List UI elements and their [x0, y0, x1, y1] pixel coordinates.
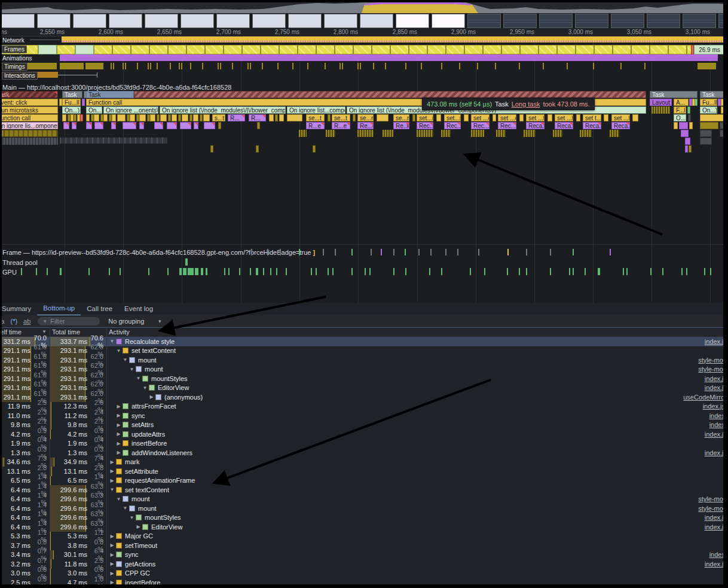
column-separator[interactable]	[50, 327, 50, 588]
expand-caret-icon[interactable]: ▶	[109, 561, 115, 566]
filmstrip-thumbnail[interactable]	[432, 14, 465, 28]
flame-block[interactable]	[204, 122, 215, 129]
filmstrip-thumbnail[interactable]	[145, 14, 178, 28]
grouping-select[interactable]: No grouping	[108, 318, 144, 325]
frame-block[interactable]	[168, 45, 186, 54]
flame-block[interactable]: Re..le	[393, 122, 409, 129]
expand-caret-icon[interactable]: ▶	[116, 431, 121, 437]
expand-caret-icon[interactable]: ▶	[109, 478, 115, 483]
filmstrip-thumbnail[interactable]	[73, 14, 106, 28]
flame-block[interactable]	[117, 114, 126, 121]
filmstrip-thumbnail[interactable]	[181, 14, 214, 28]
flame-block[interactable]	[441, 130, 451, 137]
flame-block[interactable]	[182, 114, 188, 121]
flame-block[interactable]: Rec...yle	[498, 122, 516, 129]
frame-block[interactable]	[613, 45, 631, 54]
flame-block[interactable]: Layout	[650, 99, 672, 106]
filmstrip-thumbnail[interactable]	[683, 14, 716, 28]
flame-block[interactable]: On...)	[700, 106, 717, 114]
flame-block[interactable]	[180, 122, 191, 129]
flame-block[interactable]: On ignore ...onents\/)	[103, 106, 158, 114]
track-label-timings[interactable]: Timings	[2, 63, 27, 71]
flame-block[interactable]	[60, 138, 167, 144]
source-link[interactable]: useCodeMirror	[683, 394, 728, 401]
flame-block[interactable]	[130, 114, 135, 121]
flame-block[interactable]: s...t	[212, 114, 225, 121]
flame-block[interactable]	[299, 130, 307, 137]
flame-block[interactable]: set ...tent	[611, 114, 630, 121]
flame-block[interactable]	[111, 122, 116, 129]
track-label-animations[interactable]: Animations	[2, 55, 32, 62]
flame-block[interactable]: Reca...yle	[526, 122, 545, 129]
flame-block[interactable]	[203, 114, 210, 121]
expand-caret-icon[interactable]: ▶	[109, 468, 115, 474]
flame-block[interactable]: Re...e	[357, 122, 374, 129]
flame-block[interactable]	[112, 114, 116, 121]
flame-block[interactable]	[326, 130, 335, 137]
flame-block[interactable]: set...nt	[417, 114, 433, 121]
flame-block[interactable]	[62, 114, 66, 121]
flame-block[interactable]	[328, 114, 331, 121]
frame-block[interactable]	[390, 45, 409, 54]
flame-block[interactable]	[417, 130, 433, 137]
flame-block[interactable]: Reca...yle	[611, 122, 630, 129]
flame-block[interactable]: Run microtasks	[0, 106, 58, 114]
frame-block[interactable]	[112, 45, 131, 54]
flame-block[interactable]	[139, 114, 146, 121]
flame-block[interactable]	[580, 130, 592, 137]
frame-block[interactable]	[557, 45, 576, 54]
activity-name[interactable]: set textContent	[125, 486, 169, 493]
frame-block[interactable]	[186, 45, 205, 54]
flame-block[interactable]: set ...tent	[555, 114, 573, 121]
flame-block[interactable]: On...)	[62, 106, 81, 114]
activity-name[interactable]: mount	[145, 365, 163, 373]
table-row[interactable]: 6.4 ms1.4 %299.6 ms63.3 %▼mountstyle-mod	[0, 504, 728, 513]
flame-block[interactable]	[189, 114, 192, 121]
activity-name[interactable]: mount	[138, 357, 157, 364]
flame-block[interactable]: R...	[228, 114, 245, 121]
table-row[interactable]: 291.1 ms61.6 %293.1 ms62.0 %▼mountStyles…	[0, 374, 728, 383]
frame-block[interactable]	[501, 45, 520, 54]
table-row[interactable]: 9.8 ms2.1 %9.8 ms2.1 %▶setAttrsindex.	[0, 421, 728, 430]
flame-block[interactable]	[200, 114, 203, 121]
activity-name[interactable]: setAttribute	[125, 468, 158, 475]
flame-block[interactable]	[377, 114, 389, 121]
expand-caret-icon[interactable]: ▶	[136, 524, 141, 529]
table-row[interactable]: 4.2 ms0.9 %4.2 ms0.9 %▶updateAttrsindex.…	[0, 429, 728, 439]
track-label-network[interactable]: Network	[2, 37, 25, 44]
animations-track-bar[interactable]	[60, 54, 718, 61]
collapse-caret-icon[interactable]: ▼	[123, 505, 128, 511]
filmstrip-thumbnail[interactable]	[611, 14, 644, 28]
activity-name[interactable]: attrsFromFacet	[131, 403, 176, 410]
activity-name[interactable]: mountStyles	[151, 375, 188, 382]
expand-caret-icon[interactable]: ▶	[116, 441, 121, 446]
flame-block[interactable]: Rec...le	[444, 122, 461, 129]
flame-block[interactable]	[74, 114, 77, 121]
expand-caret-icon[interactable]: ▶	[116, 404, 121, 409]
flame-block[interactable]	[604, 114, 608, 121]
flame-block[interactable]	[471, 130, 484, 137]
flame-block[interactable]: Rec...yle	[471, 122, 490, 129]
regex-icon[interactable]: (*)	[10, 318, 17, 325]
thread-pool-header[interactable]: Thread pool	[2, 259, 38, 266]
flame-block[interactable]	[685, 145, 688, 153]
activity-name[interactable]: mount	[138, 505, 157, 512]
table-row[interactable]: 3.2 ms0.7 %11.8 ms2.5 %▶getActionsindex.…	[0, 559, 728, 569]
flame-block[interactable]	[257, 122, 260, 129]
flame-block[interactable]	[94, 114, 99, 121]
frame-block[interactable]	[94, 45, 112, 54]
frame-block[interactable]	[409, 45, 427, 54]
activity-name[interactable]: CPP GC	[125, 569, 150, 577]
flame-block[interactable]	[610, 130, 619, 137]
flame-block[interactable]	[464, 114, 469, 121]
flame-block[interactable]: R...e	[332, 122, 350, 129]
flame-block[interactable]	[218, 122, 221, 129]
column-header-total-time[interactable]: Total time	[52, 328, 80, 336]
collapse-caret-icon[interactable]: ▼	[109, 339, 115, 344]
flame-block[interactable]	[681, 130, 689, 137]
expand-caret-icon[interactable]: ▶	[109, 534, 115, 539]
activity-name[interactable]: set textContent	[131, 347, 176, 354]
flame-block[interactable]: R...e	[306, 122, 325, 129]
table-row[interactable]: 291.1 ms61.6 %293.1 ms62.0 %▼EditorViewi…	[0, 383, 728, 393]
flame-block[interactable]: Rec...le	[417, 122, 433, 129]
